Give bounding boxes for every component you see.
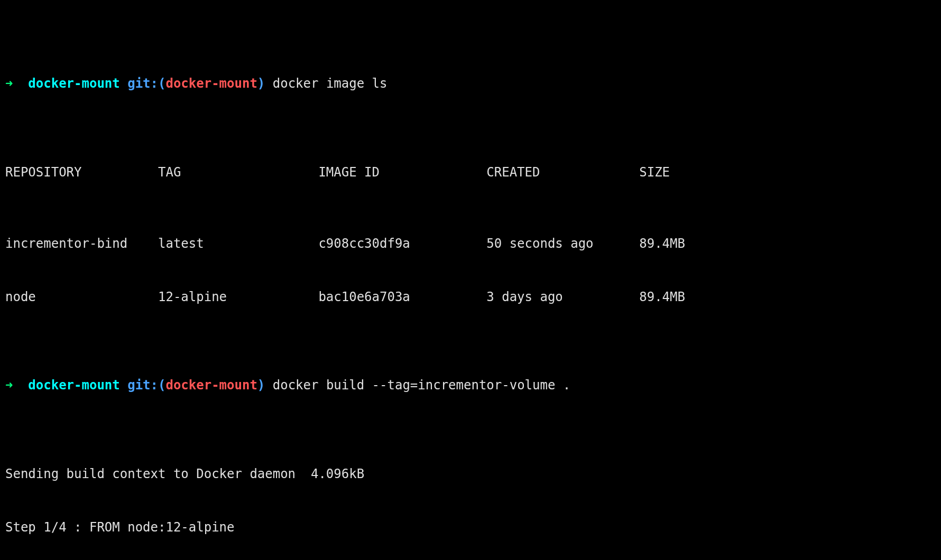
prompt-paren-open: ( [158,378,165,393]
prompt-branch: docker-mount [165,378,257,393]
prompt-paren-close: ) [257,76,265,91]
prompt-line-2: ➜ docker-mount git:(docker-mount) docker… [5,377,936,395]
prompt-branch: docker-mount [165,76,257,91]
th-size: SIZE [639,164,700,182]
cell-size: 89.4MB [639,288,700,306]
prompt-cwd: docker-mount [28,76,119,91]
table-row: incrementor-bindlatestc908cc30df9a50 sec… [5,235,936,253]
prompt-arrow-icon: ➜ [5,76,13,91]
cell-created: 3 days ago [486,288,639,306]
command-2: docker build --tag=incrementor-volume . [273,378,571,393]
prompt-git-label: git: [127,378,158,393]
prompt-paren-open: ( [158,76,165,91]
th-image-id: IMAGE ID [318,164,486,182]
cell-created: 50 seconds ago [486,235,639,253]
build-output-line: Step 1/4 : FROM node:12-alpine [5,519,936,537]
prompt-paren-close: ) [257,378,265,393]
cell-tag: latest [158,235,318,253]
cell-repo: incrementor-bind [5,235,158,253]
th-created: CREATED [486,164,639,182]
prompt-git-label: git: [127,76,158,91]
table-row: node12-alpinebac10e6a703a3 days ago89.4M… [5,288,936,306]
table1-header: REPOSITORYTAGIMAGE IDCREATEDSIZE [5,164,936,182]
cell-tag: 12-alpine [158,288,318,306]
prompt-arrow-icon: ➜ [5,378,13,393]
prompt-cwd: docker-mount [28,378,119,393]
prompt-line-1: ➜ docker-mount git:(docker-mount) docker… [5,75,936,93]
cell-id: bac10e6a703a [318,288,486,306]
terminal[interactable]: ➜ docker-mount git:(docker-mount) docker… [0,0,941,560]
build-output-line: Sending build context to Docker daemon 4… [5,465,936,483]
th-repository: REPOSITORY [5,164,158,182]
cell-id: c908cc30df9a [318,235,486,253]
command-1: docker image ls [273,76,388,91]
cell-size: 89.4MB [639,235,700,253]
th-tag: TAG [158,164,318,182]
cell-repo: node [5,288,158,306]
